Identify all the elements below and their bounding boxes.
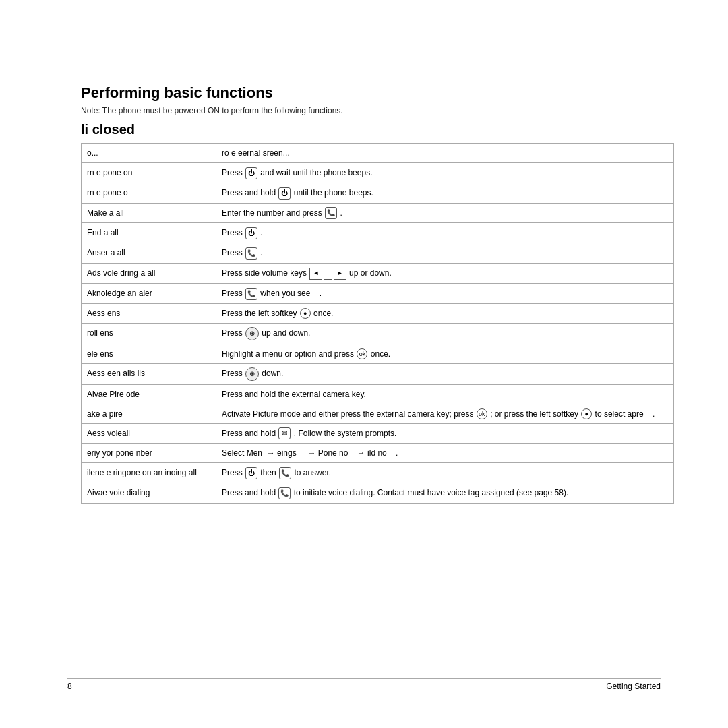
action-cell: ilene e ringone on an inoing all	[82, 463, 216, 483]
action-cell: rn e pone on	[82, 163, 216, 183]
softkey-icon2: ●	[581, 408, 592, 419]
action-cell: Aess een alls lis	[82, 363, 216, 384]
action-cell: ake a pire	[82, 404, 216, 423]
table-row: ake a pire Activate Picture mode and eit…	[82, 404, 674, 423]
functions-table: o... ro e eernal sreen... rn e pone on P…	[81, 143, 674, 504]
action-cell: Aknoledge an aler	[82, 283, 216, 303]
action-cell: Aess voieail	[82, 423, 216, 444]
instruction-cell: Highlight a menu or option and press ok …	[216, 344, 674, 363]
voice-dial-icon: 📞	[278, 487, 291, 499]
instruction-cell: Press 📞 .	[216, 243, 674, 264]
action-cell: rn e pone o	[82, 183, 216, 203]
instruction-cell: ro e eernal sreen...	[216, 144, 674, 163]
press-icon: ⏻	[245, 467, 257, 479]
answer-icon: 📞	[245, 247, 257, 260]
action-cell: Aess ens	[82, 303, 216, 323]
instruction-cell: Press ⏻ and wait until the phone beeps.	[216, 163, 674, 183]
instruction-cell: Press and hold ⏻ until the phone beeps.	[216, 183, 674, 203]
call-icon: 📞	[325, 207, 337, 219]
instruction-cell: Press ⏻ .	[216, 223, 674, 243]
table-row: Anser a all Press 📞 .	[82, 243, 674, 264]
table-row: ilene e ringone on an inoing all Press ⏻…	[82, 463, 674, 483]
table-row: Ads vole dring a all Press side volume k…	[82, 264, 674, 284]
table-row: Aknoledge an aler Press 📞 when you see .	[82, 283, 674, 303]
vol-up-icon: ►	[334, 268, 346, 280]
table-row: Make a all Enter the number and press 📞 …	[82, 203, 674, 223]
vol-icon: I	[324, 268, 332, 280]
table-row: eriy yor pone nber Select Men → eings → …	[82, 444, 674, 463]
action-cell: Aivae Pire ode	[82, 384, 216, 404]
table-row: Aess een alls lis Press ⊕ down.	[82, 363, 674, 384]
action-cell: Make a all	[82, 203, 216, 223]
nav-icon: ⊕	[245, 327, 259, 340]
action-cell: End a all	[82, 223, 216, 243]
table-row: rn e pone o Press and hold ⏻ until the p…	[82, 183, 674, 203]
softkey-icon: ●	[300, 308, 311, 319]
instruction-cell: Enter the number and press 📞 .	[216, 203, 674, 223]
table-row: Aess voieail Press and hold ✉ . Follow t…	[82, 423, 674, 444]
note-text: Note: The phone must be powered ON to pe…	[81, 106, 674, 115]
instruction-cell: Activate Picture mode and either press t…	[216, 404, 674, 423]
instruction-cell: Press and hold 📞 to initiate voice diali…	[216, 483, 674, 504]
table-row: roll ens Press ⊕ up and down.	[82, 323, 674, 344]
action-cell: Aivae voie dialing	[82, 483, 216, 504]
vol-down-icon: ◄	[309, 268, 322, 280]
action-cell: Anser a all	[82, 243, 216, 264]
instruction-cell: Select Men → eings → Pone no → ild no .	[216, 444, 674, 463]
instruction-cell: Press 📞 when you see .	[216, 283, 674, 303]
action-cell: o...	[82, 144, 216, 163]
table-row: Aess ens Press the left softkey ● once.	[82, 303, 674, 323]
instruction-cell: Press ⏻ then 📞 to answer.	[216, 463, 674, 483]
instruction-cell: Press and hold ✉ . Follow the system pro…	[216, 423, 674, 444]
power-icon2: ⏻	[278, 187, 291, 200]
table-row: Aivae voie dialing Press and hold 📞 to i…	[82, 483, 674, 504]
table-row: rn e pone on Press ⏻ and wait until the …	[82, 163, 674, 183]
instruction-cell: Press and hold the external camera key.	[216, 384, 674, 404]
action-cell: roll ens	[82, 323, 216, 344]
table-row: End a all Press ⏻ .	[82, 223, 674, 243]
ok-icon2: ok	[477, 408, 487, 419]
action-cell: Ads vole dring a all	[82, 264, 216, 284]
then-icon: 📞	[279, 467, 291, 479]
instruction-cell: Press ⊕ down.	[216, 363, 674, 384]
instruction-cell: Press the left softkey ● once.	[216, 303, 674, 323]
section-title: Performing basic functions	[81, 84, 674, 102]
section-name: Getting Started	[606, 681, 661, 691]
power-icon: ⏻	[245, 167, 257, 179]
nav-icon2: ⊕	[245, 367, 259, 381]
voicemail-icon: ✉	[278, 427, 291, 439]
action-cell: eriy yor pone nber	[82, 444, 216, 463]
table-row: o... ro e eernal sreen...	[82, 144, 674, 163]
action-cell: ele ens	[82, 344, 216, 363]
table-row: ele ens Highlight a menu or option and p…	[82, 344, 674, 363]
instruction-cell: Press side volume keys ◄I► up or down.	[216, 264, 674, 284]
ack-icon: 📞	[245, 288, 257, 300]
page-number: 8	[67, 681, 72, 691]
instruction-cell: Press ⊕ up and down.	[216, 323, 674, 344]
sub-title: li closed	[81, 122, 674, 138]
ok-icon: ok	[357, 348, 367, 359]
end-icon: ⏻	[245, 227, 257, 239]
table-row: Aivae Pire ode Press and hold the extern…	[82, 384, 674, 404]
page-footer: 8 Getting Started	[67, 678, 661, 691]
